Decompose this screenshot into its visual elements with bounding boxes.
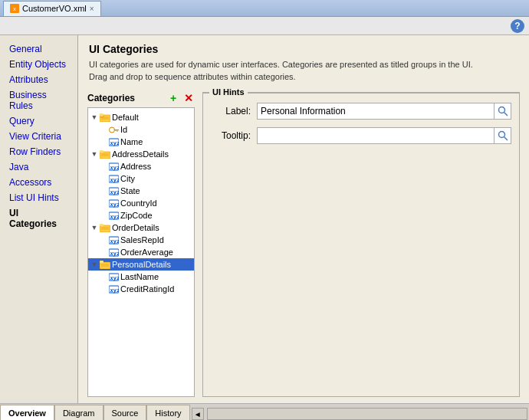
tooltip-search-button[interactable]: [495, 127, 511, 144]
svg-text:xyz: xyz: [110, 250, 119, 256]
title-bar: x CustomerVO.xml ×: [0, 0, 529, 17]
label-row: Label:: [211, 103, 511, 120]
str-icon-city: xyz: [108, 173, 119, 184]
tree-node-orderaverage[interactable]: xyz OrderAverage: [88, 246, 194, 258]
svg-text:xyz: xyz: [110, 201, 119, 207]
ui-hints-panel: UI Hints Label:: [202, 92, 520, 397]
svg-text:xyz: xyz: [110, 176, 119, 182]
sidebar-item-view-criteria[interactable]: View Criteria: [0, 129, 77, 144]
str-icon-zipcode: xyz: [108, 210, 119, 221]
sidebar-item-general[interactable]: General: [0, 41, 77, 57]
svg-text:xyz: xyz: [110, 287, 119, 293]
svg-text:xyz: xyz: [110, 139, 119, 146]
xml-icon: x: [10, 4, 19, 13]
tree-label-zipcode: ZipCode: [120, 211, 153, 220]
tree-node-lastname[interactable]: xyz LastName: [88, 271, 194, 283]
svg-text:xyz: xyz: [110, 274, 119, 281]
tooltip-row: Tooltip:: [211, 127, 511, 144]
tab-overview[interactable]: Overview: [0, 405, 54, 420]
toggle-orderdetails[interactable]: ▼: [90, 223, 99, 232]
tree-label-address: Address: [120, 162, 151, 171]
folder-icon-addressdetails: [100, 149, 110, 159]
tree-label-state: State: [120, 186, 140, 195]
help-button[interactable]: ?: [511, 19, 524, 33]
sidebar-item-list-ui-hints[interactable]: List UI Hints: [0, 190, 77, 205]
str-icon-lastname: xyz: [108, 271, 119, 282]
tree-node-city[interactable]: xyz City: [88, 172, 194, 185]
svg-rect-25: [100, 225, 110, 232]
close-tab-button[interactable]: ×: [90, 5, 94, 13]
categories-tree[interactable]: ▼ Default: [87, 107, 195, 397]
label-field-label: Label:: [211, 106, 257, 116]
tab-label: CustomerVO.xml: [22, 4, 87, 13]
tree-node-creditratingid[interactable]: xyz CreditRatingId: [88, 283, 194, 295]
toggle-personaldetails[interactable]: ▼: [90, 260, 99, 269]
search-icon: [498, 106, 508, 116]
categories-panel: Categories + ✕ ▼: [87, 92, 195, 397]
tree-label-addressdetails: AddressDetails: [112, 149, 169, 159]
tree-node-orderdetails[interactable]: ▼ OrderDetails: [88, 221, 194, 234]
tree-label-name: Name: [120, 137, 143, 146]
file-tab[interactable]: x CustomerVO.xml ×: [3, 1, 101, 16]
label-search-button[interactable]: [495, 103, 511, 120]
tree-node-addressdetails[interactable]: ▼ AddressDetails: [88, 148, 194, 160]
sidebar-item-row-finders[interactable]: Row Finders: [0, 144, 77, 159]
tree-node-countryid[interactable]: xyz CountryId: [88, 197, 194, 209]
sidebar-item-entity-objects[interactable]: Entity Objects: [0, 57, 77, 72]
tree-node-personaldetails[interactable]: ▼ PersonalDetails: [88, 258, 194, 271]
tree-node-id[interactable]: Id: [88, 123, 194, 136]
bottom-scrollbar[interactable]: [207, 408, 527, 420]
svg-line-44: [504, 137, 508, 141]
label-input[interactable]: [257, 103, 495, 120]
tree-label-salesrepid: SalesRepId: [120, 235, 164, 244]
svg-text:xyz: xyz: [110, 164, 119, 170]
svg-point-5: [109, 127, 114, 133]
delete-category-button[interactable]: ✕: [182, 92, 195, 104]
tree-label-city: City: [120, 174, 135, 183]
str-icon-orderaverage: xyz: [108, 247, 119, 258]
sidebar-item-java[interactable]: Java: [0, 159, 77, 175]
key-icon: [108, 124, 119, 135]
svg-point-43: [498, 132, 504, 138]
tab-source[interactable]: Source: [104, 405, 147, 420]
tree-node-default[interactable]: ▼ Default: [88, 111, 194, 123]
categories-header: Categories + ✕: [87, 92, 195, 104]
tooltip-input[interactable]: [257, 127, 495, 144]
tree-node-zipcode[interactable]: xyz ZipCode: [88, 209, 194, 221]
tree-label-orderdetails: OrderDetails: [112, 223, 159, 232]
tree-label-id: Id: [120, 125, 127, 134]
sidebar-item-ui-categories[interactable]: UI Categories: [0, 205, 77, 231]
svg-line-42: [504, 113, 508, 116]
hints-legend: UI Hints: [209, 87, 248, 97]
svg-rect-26: [100, 224, 104, 226]
add-category-button[interactable]: +: [167, 92, 179, 104]
scroll-left-button[interactable]: ◄: [192, 408, 204, 420]
tree-node-address[interactable]: xyz Address: [88, 160, 194, 172]
tree-label-countryid: CountryId: [120, 199, 157, 208]
sidebar-item-accessors[interactable]: Accessors: [0, 175, 77, 190]
toggle-default[interactable]: ▼: [90, 113, 99, 122]
tab-diagram[interactable]: Diagram: [54, 405, 104, 420]
tree-label-lastname: LastName: [120, 272, 159, 281]
svg-point-41: [498, 107, 504, 113]
tree-node-name[interactable]: xyz Name: [88, 136, 194, 148]
folder-icon-orderdetails: [100, 222, 110, 233]
help-bar: ?: [0, 17, 529, 35]
sidebar: General Entity Objects Attributes Busine…: [0, 35, 78, 403]
toggle-addressdetails[interactable]: ▼: [90, 149, 99, 159]
tree-node-salesrepid[interactable]: xyz SalesRepId: [88, 234, 194, 246]
content-area: UI Categories UI categories are used for…: [78, 35, 529, 403]
tab-history[interactable]: History: [146, 405, 189, 420]
page-title: UI Categories: [89, 43, 518, 55]
str-icon-address: xyz: [108, 161, 119, 172]
sidebar-item-query[interactable]: Query: [0, 113, 77, 129]
svg-text:xyz: xyz: [110, 238, 119, 244]
tree-node-state[interactable]: xyz State: [88, 185, 194, 197]
two-column-layout: Categories + ✕ ▼: [78, 86, 529, 403]
sidebar-item-attributes[interactable]: Attributes: [0, 72, 77, 87]
content-header: UI Categories UI categories are used for…: [78, 35, 529, 86]
tree-label-default: Default: [112, 113, 139, 122]
tree-label-creditratingid: CreditRatingId: [120, 284, 174, 294]
sidebar-item-business-rules[interactable]: Business Rules: [0, 87, 77, 113]
search-icon-tooltip: [498, 130, 508, 141]
